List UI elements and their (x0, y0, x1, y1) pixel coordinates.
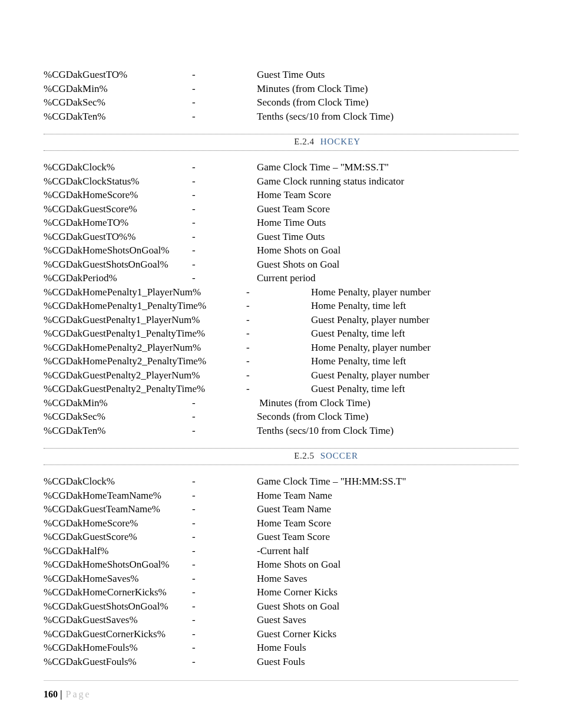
description: Guest Penalty, player number (311, 368, 429, 383)
description: Minutes (from Clock Time) (257, 82, 368, 96)
token: %CGDakGuestTeamName% (44, 502, 192, 516)
list-item: %CGDakHomeScore%-Home Team Score (44, 516, 518, 531)
list-item: %CGDakHalf%--Current half (44, 544, 518, 558)
description: Guest Time Outs (257, 68, 325, 82)
description: Guest Time Outs (257, 230, 325, 244)
dash: - (192, 475, 257, 489)
token: %CGDakGuestPenalty2_PenaltyTime% (44, 382, 246, 396)
dash: - (192, 174, 257, 189)
dash: - (192, 530, 257, 544)
section-header-hockey: E.2.4 HOCKEY (44, 134, 518, 151)
description: Guest Team Score (257, 530, 330, 544)
description: Guest Shots on Goal (257, 258, 339, 272)
dash: - (246, 354, 311, 368)
section-hockey-narrow: %CGDakClock%-Game Clock Time – "MM:SS.T"… (44, 160, 518, 285)
description: Seconds (from Clock Time) (257, 95, 368, 110)
description: Home Team Score (257, 188, 331, 202)
token: %CGDakGuestTO%% (44, 230, 192, 244)
token: %CGDakMin% (44, 396, 192, 410)
description: Guest Team Name (257, 502, 331, 516)
list-item: %CGDakHomeCornerKicks%-Home Corner Kicks (44, 585, 518, 599)
description: Minutes (from Clock Time) (257, 396, 371, 410)
list-item: %CGDakGuestPenalty1_PenaltyTime%-Guest P… (44, 327, 518, 341)
dash: - (246, 382, 311, 396)
description: Guest Shots on Goal (257, 599, 339, 614)
description: Game Clock Time – "MM:SS.T" (257, 160, 389, 174)
list-item: %CGDakGuestScore%-Guest Team Score (44, 202, 518, 216)
dash: - (192, 202, 257, 216)
token: %CGDakPeriod% (44, 271, 192, 285)
token: %CGDakClockStatus% (44, 174, 192, 189)
list-item: %CGDakPeriod%-Current period (44, 271, 518, 285)
token: %CGDakHomePenalty1_PenaltyTime% (44, 299, 246, 313)
section-number: E.2.4 (294, 137, 314, 146)
list-item: %CGDakGuestTO%%-Guest Time Outs (44, 230, 518, 244)
list-item: %CGDakHomePenalty2_PlayerNum%-Home Penal… (44, 341, 518, 355)
dash: - (192, 216, 257, 230)
list-item: %CGDakHomePenalty1_PenaltyTime%-Home Pen… (44, 299, 518, 313)
dash: - (192, 258, 257, 272)
list-item: %CGDakClock%-Game Clock Time – "MM:SS.T" (44, 160, 518, 174)
description: Guest Penalty, player number (311, 313, 429, 327)
token: %CGDakGuestShotsOnGoal% (44, 258, 192, 272)
token: %CGDakHomeShotsOnGoal% (44, 243, 192, 258)
dash: - (192, 627, 257, 641)
token: %CGDakHomePenalty2_PenaltyTime% (44, 354, 246, 368)
description: Guest Saves (257, 613, 306, 627)
token: %CGDakGuestTO% (44, 68, 192, 82)
description: Home Penalty, player number (311, 341, 431, 355)
dash: - (246, 368, 311, 383)
description: Home Saves (257, 572, 307, 586)
dash: - (246, 313, 311, 327)
section-header-soccer: E.2.5 SOCCER (44, 448, 518, 465)
token: %CGDakHomeScore% (44, 516, 192, 531)
token: %CGDakHomePenalty1_PlayerNum% (44, 285, 246, 299)
footer-divider: | (60, 689, 62, 699)
token: %CGDakGuestPenalty2_PlayerNum% (44, 368, 246, 383)
description: Guest Penalty, time left (311, 382, 405, 396)
dash: - (192, 82, 257, 96)
token: %CGDakGuestCornerKicks% (44, 627, 192, 641)
dash: - (246, 285, 311, 299)
description: Seconds (from Clock Time) (257, 410, 368, 424)
dash: - (192, 585, 257, 599)
description: Home Team Name (257, 489, 332, 503)
dash: - (192, 271, 257, 285)
description: Tenths (secs/10 from Clock Time) (257, 424, 394, 438)
description: Game Clock Time – "HH:MM:SS.T" (257, 475, 406, 489)
token: %CGDakGuestSaves% (44, 613, 192, 627)
token: %CGDakClock% (44, 160, 192, 174)
dash: - (192, 230, 257, 244)
token: %CGDakSec% (44, 410, 192, 424)
token: %CGDakMin% (44, 82, 192, 96)
dash: - (192, 68, 257, 82)
dash: - (192, 655, 257, 669)
dash: - (192, 502, 257, 516)
description: Tenths (secs/10 from Clock Time) (257, 110, 394, 124)
section-title: SOCCER (320, 451, 358, 460)
description: Game Clock running status indicator (257, 174, 404, 189)
list-item: %CGDakClockStatus%-Game Clock running st… (44, 174, 518, 189)
description: Guest Corner Kicks (257, 627, 336, 641)
list-item: %CGDakTen%-Tenths (secs/10 from Clock Ti… (44, 424, 518, 438)
dash: - (192, 188, 257, 202)
list-item: %CGDakHomePenalty1_PlayerNum%-Home Penal… (44, 285, 518, 299)
description: Home Shots on Goal (257, 243, 340, 258)
token: %CGDakGuestScore% (44, 530, 192, 544)
token: %CGDakHomeTeamName% (44, 489, 192, 503)
list-item: %CGDakMin%-Minutes (from Clock Time) (44, 82, 518, 96)
list-item: %CGDakHomeTO%-Home Time Outs (44, 216, 518, 230)
list-item: %CGDakHomeSaves%-Home Saves (44, 572, 518, 586)
description: Home Shots on Goal (257, 558, 340, 572)
dash: - (192, 613, 257, 627)
description: Home Fouls (257, 641, 306, 655)
page-footer: 160 | Page (44, 680, 518, 700)
list-item: %CGDakGuestPenalty2_PlayerNum%-Guest Pen… (44, 368, 518, 383)
list-item: %CGDakGuestShotsOnGoal%-Guest Shots on G… (44, 599, 518, 614)
dash: - (192, 558, 257, 572)
dash: - (192, 110, 257, 124)
token: %CGDakHalf% (44, 544, 192, 558)
list-item: %CGDakClock%-Game Clock Time – "HH:MM:SS… (44, 475, 518, 489)
section-hockey-tail: %CGDakMin%- Minutes (from Clock Time)%CG… (44, 396, 518, 438)
dash: - (192, 243, 257, 258)
